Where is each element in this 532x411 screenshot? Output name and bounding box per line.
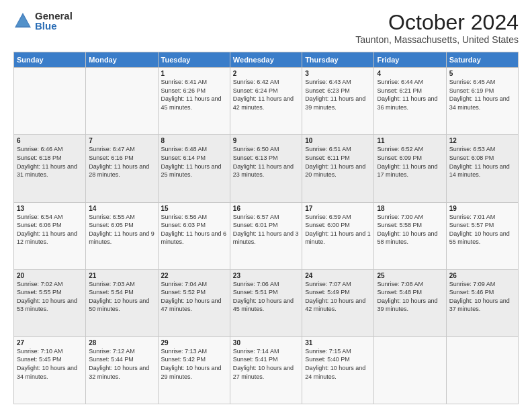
day-number: 15 bbox=[161, 205, 227, 212]
calendar-cell: 20Sunrise: 7:02 AM Sunset: 5:55 PM Dayli… bbox=[14, 269, 86, 336]
calendar-cell: 10Sunrise: 6:51 AM Sunset: 6:11 PM Dayli… bbox=[302, 135, 374, 202]
day-info: Sunrise: 6:47 AM Sunset: 6:16 PM Dayligh… bbox=[89, 145, 154, 179]
day-info: Sunrise: 6:41 AM Sunset: 6:26 PM Dayligh… bbox=[161, 78, 227, 111]
day-number: 16 bbox=[233, 205, 299, 212]
calendar-cell: 14Sunrise: 6:55 AM Sunset: 6:05 PM Dayli… bbox=[86, 202, 158, 269]
calendar-cell bbox=[446, 336, 518, 404]
calendar-cell: 24Sunrise: 7:07 AM Sunset: 5:49 PM Dayli… bbox=[302, 269, 374, 336]
calendar-week-2: 6Sunrise: 6:46 AM Sunset: 6:18 PM Daylig… bbox=[14, 135, 519, 202]
day-info: Sunrise: 6:52 AM Sunset: 6:09 PM Dayligh… bbox=[377, 145, 443, 179]
day-number: 7 bbox=[89, 137, 154, 144]
day-number: 5 bbox=[449, 70, 515, 77]
day-number: 8 bbox=[161, 137, 227, 144]
calendar-cell: 13Sunrise: 6:54 AM Sunset: 6:06 PM Dayli… bbox=[14, 202, 86, 269]
calendar-cell: 8Sunrise: 6:48 AM Sunset: 6:14 PM Daylig… bbox=[158, 135, 230, 202]
calendar-cell: 15Sunrise: 6:56 AM Sunset: 6:03 PM Dayli… bbox=[158, 202, 230, 269]
day-info: Sunrise: 7:00 AM Sunset: 5:58 PM Dayligh… bbox=[377, 213, 443, 246]
day-number: 1 bbox=[161, 70, 227, 77]
calendar-week-4: 20Sunrise: 7:02 AM Sunset: 5:55 PM Dayli… bbox=[14, 269, 519, 336]
calendar-cell: 17Sunrise: 6:59 AM Sunset: 6:00 PM Dayli… bbox=[302, 202, 374, 269]
day-number: 29 bbox=[161, 339, 227, 347]
calendar-cell bbox=[14, 68, 86, 135]
day-info: Sunrise: 6:48 AM Sunset: 6:14 PM Dayligh… bbox=[161, 145, 227, 179]
calendar-cell: 25Sunrise: 7:08 AM Sunset: 5:48 PM Dayli… bbox=[374, 269, 446, 336]
calendar-cell: 2Sunrise: 6:42 AM Sunset: 6:24 PM Daylig… bbox=[230, 68, 302, 135]
day-number: 20 bbox=[17, 272, 83, 279]
calendar-cell: 26Sunrise: 7:09 AM Sunset: 5:46 PM Dayli… bbox=[446, 269, 518, 336]
month-title: October 2024 bbox=[355, 11, 519, 34]
day-info: Sunrise: 7:09 AM Sunset: 5:46 PM Dayligh… bbox=[449, 280, 515, 314]
logo-text: General Blue bbox=[35, 11, 73, 31]
calendar-page: General Blue October 2024 Taunton, Massa… bbox=[0, 0, 532, 411]
day-number: 6 bbox=[17, 137, 83, 144]
calendar-cell: 7Sunrise: 6:47 AM Sunset: 6:16 PM Daylig… bbox=[86, 135, 158, 202]
logo-icon bbox=[13, 11, 32, 30]
day-info: Sunrise: 7:01 AM Sunset: 5:57 PM Dayligh… bbox=[449, 213, 515, 246]
day-info: Sunrise: 7:04 AM Sunset: 5:52 PM Dayligh… bbox=[161, 280, 227, 314]
calendar-table: SundayMondayTuesdayWednesdayThursdayFrid… bbox=[13, 52, 519, 404]
day-number: 11 bbox=[377, 137, 443, 144]
calendar-cell: 9Sunrise: 6:50 AM Sunset: 6:13 PM Daylig… bbox=[230, 135, 302, 202]
day-number: 31 bbox=[305, 339, 371, 347]
weekday-header-wednesday: Wednesday bbox=[230, 52, 302, 68]
calendar-cell: 18Sunrise: 7:00 AM Sunset: 5:58 PM Dayli… bbox=[374, 202, 446, 269]
day-info: Sunrise: 6:50 AM Sunset: 6:13 PM Dayligh… bbox=[233, 145, 299, 179]
day-info: Sunrise: 6:51 AM Sunset: 6:11 PM Dayligh… bbox=[305, 145, 371, 179]
day-info: Sunrise: 6:54 AM Sunset: 6:06 PM Dayligh… bbox=[17, 213, 83, 246]
calendar-cell: 11Sunrise: 6:52 AM Sunset: 6:09 PM Dayli… bbox=[374, 135, 446, 202]
day-info: Sunrise: 7:03 AM Sunset: 5:54 PM Dayligh… bbox=[89, 280, 154, 314]
location-title: Taunton, Massachusetts, United States bbox=[355, 34, 519, 45]
logo: General Blue bbox=[13, 11, 73, 31]
day-info: Sunrise: 6:53 AM Sunset: 6:08 PM Dayligh… bbox=[449, 145, 515, 179]
weekday-header-friday: Friday bbox=[374, 52, 446, 68]
day-number: 30 bbox=[233, 339, 299, 347]
calendar-cell: 21Sunrise: 7:03 AM Sunset: 5:54 PM Dayli… bbox=[86, 269, 158, 336]
calendar-cell bbox=[374, 336, 446, 404]
calendar-cell bbox=[86, 68, 158, 135]
day-number: 19 bbox=[449, 205, 515, 212]
day-info: Sunrise: 6:46 AM Sunset: 6:18 PM Dayligh… bbox=[17, 145, 83, 179]
day-info: Sunrise: 6:44 AM Sunset: 6:21 PM Dayligh… bbox=[377, 78, 443, 111]
day-number: 26 bbox=[449, 272, 515, 279]
logo-blue-label: Blue bbox=[35, 21, 73, 31]
day-info: Sunrise: 7:08 AM Sunset: 5:48 PM Dayligh… bbox=[377, 280, 443, 314]
day-info: Sunrise: 7:02 AM Sunset: 5:55 PM Dayligh… bbox=[17, 280, 83, 314]
day-number: 14 bbox=[89, 205, 154, 212]
day-number: 4 bbox=[377, 70, 443, 77]
day-info: Sunrise: 6:45 AM Sunset: 6:19 PM Dayligh… bbox=[449, 78, 515, 111]
day-number: 27 bbox=[17, 339, 83, 347]
day-info: Sunrise: 6:56 AM Sunset: 6:03 PM Dayligh… bbox=[161, 213, 227, 246]
day-number: 25 bbox=[377, 272, 443, 279]
page-header: General Blue October 2024 Taunton, Massa… bbox=[13, 11, 519, 45]
logo-general-label: General bbox=[35, 11, 73, 21]
day-number: 10 bbox=[305, 137, 371, 144]
day-info: Sunrise: 6:43 AM Sunset: 6:23 PM Dayligh… bbox=[305, 78, 371, 111]
day-number: 21 bbox=[89, 272, 154, 279]
day-info: Sunrise: 7:06 AM Sunset: 5:51 PM Dayligh… bbox=[233, 280, 299, 314]
day-info: Sunrise: 7:14 AM Sunset: 5:41 PM Dayligh… bbox=[233, 347, 299, 381]
calendar-cell: 3Sunrise: 6:43 AM Sunset: 6:23 PM Daylig… bbox=[302, 68, 374, 135]
day-info: Sunrise: 6:57 AM Sunset: 6:01 PM Dayligh… bbox=[233, 213, 299, 246]
weekday-header-sunday: Sunday bbox=[14, 52, 86, 68]
day-number: 18 bbox=[377, 205, 443, 212]
day-info: Sunrise: 7:12 AM Sunset: 5:44 PM Dayligh… bbox=[89, 347, 154, 381]
day-number: 9 bbox=[233, 137, 299, 144]
calendar-cell: 4Sunrise: 6:44 AM Sunset: 6:21 PM Daylig… bbox=[374, 68, 446, 135]
day-info: Sunrise: 7:13 AM Sunset: 5:42 PM Dayligh… bbox=[161, 347, 227, 381]
svg-marker-1 bbox=[16, 15, 30, 26]
calendar-cell: 29Sunrise: 7:13 AM Sunset: 5:42 PM Dayli… bbox=[158, 336, 230, 404]
calendar-cell: 27Sunrise: 7:10 AM Sunset: 5:45 PM Dayli… bbox=[14, 336, 86, 404]
day-info: Sunrise: 6:59 AM Sunset: 6:00 PM Dayligh… bbox=[305, 213, 371, 246]
day-info: Sunrise: 7:07 AM Sunset: 5:49 PM Dayligh… bbox=[305, 280, 371, 314]
weekday-header-tuesday: Tuesday bbox=[158, 52, 230, 68]
weekday-header-monday: Monday bbox=[86, 52, 158, 68]
calendar-cell: 5Sunrise: 6:45 AM Sunset: 6:19 PM Daylig… bbox=[446, 68, 518, 135]
title-block: October 2024 Taunton, Massachusetts, Uni… bbox=[355, 11, 519, 45]
calendar-cell: 31Sunrise: 7:15 AM Sunset: 5:40 PM Dayli… bbox=[302, 336, 374, 404]
weekday-header-row: SundayMondayTuesdayWednesdayThursdayFrid… bbox=[14, 52, 519, 68]
day-info: Sunrise: 7:10 AM Sunset: 5:45 PM Dayligh… bbox=[17, 347, 83, 381]
day-number: 12 bbox=[449, 137, 515, 144]
calendar-cell: 16Sunrise: 6:57 AM Sunset: 6:01 PM Dayli… bbox=[230, 202, 302, 269]
weekday-header-thursday: Thursday bbox=[302, 52, 374, 68]
day-number: 3 bbox=[305, 70, 371, 77]
